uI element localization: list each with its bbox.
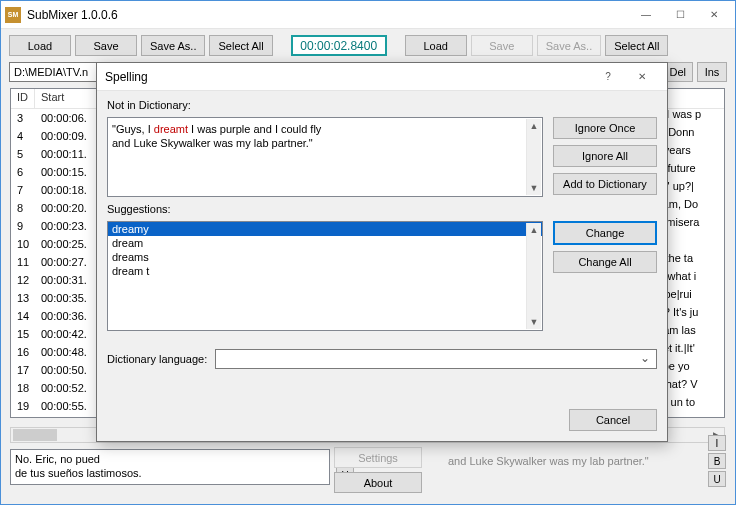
cell-id: 15	[11, 328, 35, 340]
cell-id: 18	[11, 382, 35, 394]
cell-start: 00:00:42.	[35, 328, 99, 340]
cell-id: 11	[11, 256, 35, 268]
cell-id: 7	[11, 184, 35, 196]
dictionary-language-combo[interactable]	[215, 349, 657, 369]
cell-start: 00:00:35.	[35, 292, 99, 304]
cell-id: 9	[11, 220, 35, 232]
cell-start: 00:00:48.	[35, 346, 99, 358]
ignore-once-button[interactable]: Ignore Once	[553, 117, 657, 139]
change-all-button[interactable]: Change All	[553, 251, 657, 273]
settings-button: Settings	[334, 447, 422, 468]
cell-start: 00:00:31.	[35, 274, 99, 286]
cell-start: 00:00:18.	[35, 184, 99, 196]
mid-buttons: Settings About	[332, 447, 424, 493]
scroll-down-icon[interactable]: ▼	[527, 181, 541, 195]
ctx-post: I was purple and I could fly	[188, 123, 321, 135]
suggestion-item[interactable]: dreamy	[108, 222, 542, 236]
cell-id: 13	[11, 292, 35, 304]
spelling-dialog: Spelling ? ✕ Not in Dictionary: "Guys, I…	[96, 62, 668, 442]
cell-id: 16	[11, 346, 35, 358]
save-as-left-button[interactable]: Save As..	[141, 35, 205, 56]
suggestion-item[interactable]: dreams	[108, 250, 542, 264]
edit-line1: No. Eric, no pued	[15, 452, 325, 466]
about-button[interactable]: About	[334, 472, 422, 493]
format-right: I B U	[708, 435, 726, 487]
suggestions-label: Suggestions:	[107, 203, 657, 215]
ctx-pre: "Guys, I	[112, 123, 154, 135]
cell-start: 00:00:50.	[35, 364, 99, 376]
scroll-up-icon[interactable]: ▲	[527, 119, 541, 133]
change-button[interactable]: Change	[553, 221, 657, 245]
context-textarea[interactable]: "Guys, I dreamt I was purple and I could…	[107, 117, 543, 197]
save-left-button[interactable]: Save	[75, 35, 137, 56]
ignore-all-button[interactable]: Ignore All	[553, 145, 657, 167]
select-all-right-button[interactable]: Select All	[605, 35, 668, 56]
cell-id: 6	[11, 166, 35, 178]
dialog-close-button[interactable]: ✕	[625, 65, 659, 89]
load-right-button[interactable]: Load	[405, 35, 467, 56]
close-button[interactable]: ✕	[697, 3, 731, 27]
not-in-dictionary-label: Not in Dictionary:	[107, 99, 657, 111]
save-right-button: Save	[471, 35, 533, 56]
toolbar: Load Save Save As.. Select All 00:00:02.…	[1, 29, 735, 62]
window-controls: — ☐ ✕	[629, 3, 731, 27]
maximize-button[interactable]: ☐	[663, 3, 697, 27]
cell-start: 00:00:36.	[35, 310, 99, 322]
app-icon: SM	[5, 7, 21, 23]
col-start[interactable]: Start	[35, 89, 99, 108]
textarea-scrollbar[interactable]: ▲ ▼	[526, 119, 541, 195]
cell-start: 00:00:11.	[35, 148, 99, 160]
cell-id: 19	[11, 400, 35, 412]
suggestion-item[interactable]: dream	[108, 236, 542, 250]
dialog-titlebar: Spelling ? ✕	[97, 63, 667, 91]
cell-start: 00:00:20.	[35, 202, 99, 214]
main-titlebar: SM SubMixer 1.0.0.6 — ☐ ✕	[1, 1, 735, 29]
minimize-button[interactable]: —	[629, 3, 663, 27]
cell-id: 4	[11, 130, 35, 142]
cell-id: 17	[11, 364, 35, 376]
cell-start: 00:00:52.	[35, 382, 99, 394]
cell-id: 14	[11, 310, 35, 322]
right-edit-preview: and Luke Skywalker was my lab partner."	[448, 455, 713, 467]
col-id[interactable]: ID	[11, 89, 35, 108]
save-as-right-button: Save As..	[537, 35, 601, 56]
left-edit-box[interactable]: No. Eric, no pued de tus sueños lastimos…	[10, 449, 330, 485]
cancel-button[interactable]: Cancel	[569, 409, 657, 431]
cell-start: 00:00:27.	[35, 256, 99, 268]
sug-scroll-down-icon[interactable]: ▼	[527, 315, 541, 329]
bold-right-button[interactable]: B	[708, 453, 726, 469]
add-to-dictionary-button[interactable]: Add to Dictionary	[553, 173, 657, 195]
select-all-left-button[interactable]: Select All	[209, 35, 272, 56]
cell-start: 00:00:09.	[35, 130, 99, 142]
dictionary-language-label: Dictionary language:	[107, 353, 207, 365]
cell-start: 00:00:25.	[35, 238, 99, 250]
load-left-button[interactable]: Load	[9, 35, 71, 56]
cell-id: 3	[11, 112, 35, 124]
underline-right-button[interactable]: U	[708, 471, 726, 487]
cell-id: 5	[11, 148, 35, 160]
cell-start: 00:00:06.	[35, 112, 99, 124]
suggestion-item[interactable]: dream t	[108, 264, 542, 278]
dialog-title: Spelling	[105, 70, 591, 84]
ins-button[interactable]: Ins	[697, 62, 727, 82]
sug-scroll-up-icon[interactable]: ▲	[527, 223, 541, 237]
cell-start: 00:00:15.	[35, 166, 99, 178]
ctx-line2: and Luke Skywalker was my lab partner."	[112, 137, 313, 149]
cell-id: 10	[11, 238, 35, 250]
cell-id: 8	[11, 202, 35, 214]
cell-id: 12	[11, 274, 35, 286]
timecode-display: 00:00:02.8400	[291, 35, 387, 56]
app-title: SubMixer 1.0.0.6	[27, 8, 629, 22]
misspelled-word: dreamt	[154, 123, 188, 135]
suggestions-listbox[interactable]: dreamydreamdreamsdream t ▲ ▼	[107, 221, 543, 331]
dialog-help-button[interactable]: ?	[591, 65, 625, 89]
scroll-thumb[interactable]	[13, 429, 57, 441]
suggestions-scrollbar[interactable]: ▲ ▼	[526, 223, 541, 329]
cell-start: 00:00:55.	[35, 400, 99, 412]
edit-line2: de tus sueños lastimosos.	[15, 466, 325, 480]
cell-start: 00:00:23.	[35, 220, 99, 232]
italic-right-button[interactable]: I	[708, 435, 726, 451]
